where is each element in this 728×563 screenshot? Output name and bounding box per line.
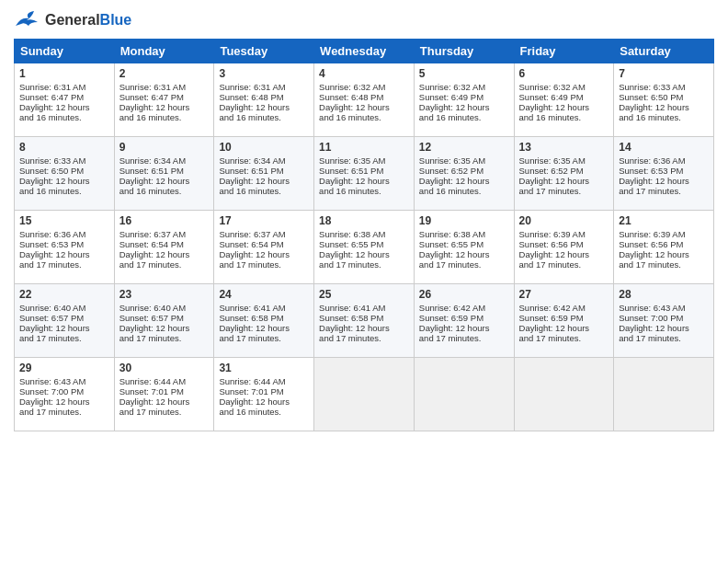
sunset-label: Sunset: 6:54 PM (219, 239, 283, 249)
calendar-cell: 2Sunrise: 6:31 AMSunset: 6:47 PMDaylight… (114, 63, 214, 137)
daylight-label: Daylight: 12 hours (19, 249, 90, 259)
sunrise-label: Sunrise: 6:32 AM (319, 82, 385, 92)
daylight-label: Daylight: 12 hours (219, 249, 290, 259)
day-number: 4 (319, 67, 409, 80)
sunset-label: Sunset: 7:01 PM (219, 386, 283, 396)
daylight-label: Daylight: 12 hours (19, 176, 90, 186)
sunrise-label: Sunrise: 6:41 AM (219, 303, 285, 313)
sunset-label: Sunset: 7:01 PM (119, 386, 184, 396)
daylight-label: Daylight: 12 hours (619, 102, 689, 112)
calendar-table: SundayMondayTuesdayWednesdayThursdayFrid… (14, 39, 714, 431)
sunrise-label: Sunrise: 6:39 AM (519, 229, 586, 239)
calendar-cell: 7Sunrise: 6:33 AMSunset: 6:50 PMDaylight… (614, 63, 714, 137)
daylight-label: Daylight: 12 hours (419, 102, 490, 112)
logo-icon (14, 9, 41, 31)
calendar-header: SundayMondayTuesdayWednesdayThursdayFrid… (15, 40, 714, 63)
sunset-label: Sunset: 6:54 PM (119, 239, 184, 249)
daylight-minutes: and 16 minutes. (19, 186, 82, 196)
day-number: 17 (219, 214, 309, 227)
day-number: 26 (419, 288, 509, 301)
calendar-cell: 19Sunrise: 6:38 AMSunset: 6:55 PMDayligh… (414, 211, 514, 284)
calendar-cell: 12Sunrise: 6:35 AMSunset: 6:52 PMDayligh… (414, 137, 514, 211)
calendar-week-1: 1Sunrise: 6:31 AMSunset: 6:47 PMDaylight… (15, 63, 714, 137)
sunrise-label: Sunrise: 6:32 AM (419, 82, 485, 92)
daylight-minutes: and 17 minutes. (19, 259, 82, 270)
calendar-cell: 27Sunrise: 6:42 AMSunset: 6:59 PMDayligh… (514, 284, 614, 358)
daylight-label: Daylight: 12 hours (119, 249, 190, 259)
daylight-label: Daylight: 12 hours (519, 249, 590, 259)
calendar-cell: 24Sunrise: 6:41 AMSunset: 6:58 PMDayligh… (214, 284, 314, 358)
sunset-label: Sunset: 6:57 PM (119, 313, 184, 323)
daylight-label: Daylight: 12 hours (219, 176, 290, 186)
daylight-minutes: and 16 minutes. (119, 112, 182, 122)
daylight-minutes: and 17 minutes. (619, 333, 681, 343)
calendar-cell (514, 358, 614, 431)
day-number: 23 (119, 288, 210, 301)
calendar-cell: 15Sunrise: 6:36 AMSunset: 6:53 PMDayligh… (15, 211, 115, 284)
day-number: 8 (19, 141, 109, 154)
sunset-label: Sunset: 6:55 PM (319, 239, 383, 249)
daylight-minutes: and 17 minutes. (19, 333, 82, 343)
daylight-label: Daylight: 12 hours (19, 102, 90, 112)
daylight-minutes: and 17 minutes. (19, 407, 82, 417)
calendar-cell: 28Sunrise: 6:43 AMSunset: 7:00 PMDayligh… (614, 284, 714, 358)
calendar-cell: 23Sunrise: 6:40 AMSunset: 6:57 PMDayligh… (114, 284, 214, 358)
daylight-minutes: and 17 minutes. (319, 333, 381, 343)
sunset-label: Sunset: 7:00 PM (619, 313, 683, 323)
day-number: 15 (19, 214, 109, 227)
day-number: 16 (119, 214, 210, 227)
daylight-label: Daylight: 12 hours (319, 249, 390, 259)
calendar-cell: 13Sunrise: 6:35 AMSunset: 6:52 PMDayligh… (514, 137, 614, 211)
sunset-label: Sunset: 6:52 PM (419, 166, 483, 176)
day-number: 27 (519, 288, 609, 301)
calendar-cell: 16Sunrise: 6:37 AMSunset: 6:54 PMDayligh… (114, 211, 214, 284)
sunset-label: Sunset: 6:51 PM (119, 166, 184, 176)
day-header-friday: Friday (514, 40, 614, 63)
sunset-label: Sunset: 6:56 PM (519, 239, 584, 249)
daylight-label: Daylight: 12 hours (319, 323, 390, 333)
sunrise-label: Sunrise: 6:34 AM (119, 155, 186, 166)
day-header-thursday: Thursday (414, 40, 514, 63)
day-number: 19 (419, 214, 509, 227)
daylight-minutes: and 16 minutes. (519, 112, 582, 122)
calendar-week-5: 29Sunrise: 6:43 AMSunset: 7:00 PMDayligh… (15, 358, 714, 431)
calendar-cell (614, 358, 714, 431)
day-number: 10 (219, 141, 309, 154)
calendar-cell: 17Sunrise: 6:37 AMSunset: 6:54 PMDayligh… (214, 211, 314, 284)
sunset-label: Sunset: 6:59 PM (519, 313, 584, 323)
sunset-label: Sunset: 6:56 PM (619, 239, 683, 249)
daylight-label: Daylight: 12 hours (619, 323, 689, 333)
sunrise-label: Sunrise: 6:31 AM (19, 82, 85, 92)
calendar-cell: 26Sunrise: 6:42 AMSunset: 6:59 PMDayligh… (414, 284, 514, 358)
sunrise-label: Sunrise: 6:38 AM (419, 229, 485, 239)
daylight-label: Daylight: 12 hours (319, 176, 390, 186)
calendar-body: 1Sunrise: 6:31 AMSunset: 6:47 PMDaylight… (15, 63, 714, 431)
calendar-cell: 3Sunrise: 6:31 AMSunset: 6:48 PMDaylight… (214, 63, 314, 137)
sunrise-label: Sunrise: 6:32 AM (519, 82, 586, 92)
calendar-week-2: 8Sunrise: 6:33 AMSunset: 6:50 PMDaylight… (15, 137, 714, 211)
daylight-label: Daylight: 12 hours (219, 102, 290, 112)
sunset-label: Sunset: 6:50 PM (619, 92, 683, 102)
day-number: 2 (119, 67, 210, 80)
sunrise-label: Sunrise: 6:41 AM (319, 303, 385, 313)
calendar-cell: 29Sunrise: 6:43 AMSunset: 7:00 PMDayligh… (15, 358, 115, 431)
sunrise-label: Sunrise: 6:44 AM (219, 376, 285, 386)
day-number: 9 (119, 141, 210, 154)
day-number: 29 (19, 362, 109, 374)
sunrise-label: Sunrise: 6:40 AM (19, 303, 85, 313)
day-number: 22 (19, 288, 109, 301)
daylight-minutes: and 16 minutes. (619, 112, 681, 122)
daylight-minutes: and 16 minutes. (119, 186, 182, 196)
sunrise-label: Sunrise: 6:33 AM (619, 82, 685, 92)
daylight-label: Daylight: 12 hours (119, 102, 190, 112)
calendar-cell: 20Sunrise: 6:39 AMSunset: 6:56 PMDayligh… (514, 211, 614, 284)
daylight-label: Daylight: 12 hours (119, 396, 190, 407)
day-number: 14 (619, 141, 709, 154)
day-number: 11 (319, 141, 409, 154)
daylight-minutes: and 16 minutes. (319, 186, 381, 196)
day-number: 28 (619, 288, 709, 301)
day-number: 25 (319, 288, 409, 301)
sunrise-label: Sunrise: 6:37 AM (219, 229, 285, 239)
calendar-cell: 5Sunrise: 6:32 AMSunset: 6:49 PMDaylight… (414, 63, 514, 137)
daylight-label: Daylight: 12 hours (419, 323, 490, 333)
